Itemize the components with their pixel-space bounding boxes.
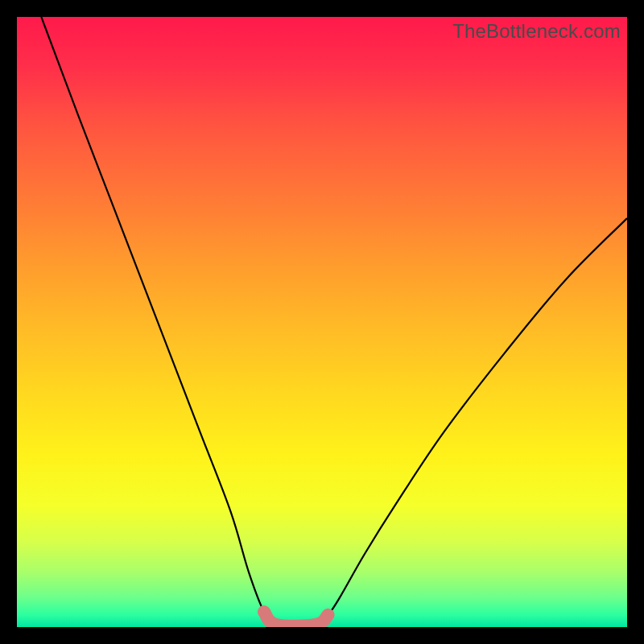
series-right-curve <box>316 218 627 625</box>
plot-area: TheBottleneck.com <box>17 17 627 627</box>
curve-layer <box>41 17 627 626</box>
series-bottom-band <box>264 612 328 626</box>
chart-frame: TheBottleneck.com <box>0 0 644 644</box>
series-left-curve <box>41 17 276 625</box>
chart-curves <box>17 17 627 627</box>
